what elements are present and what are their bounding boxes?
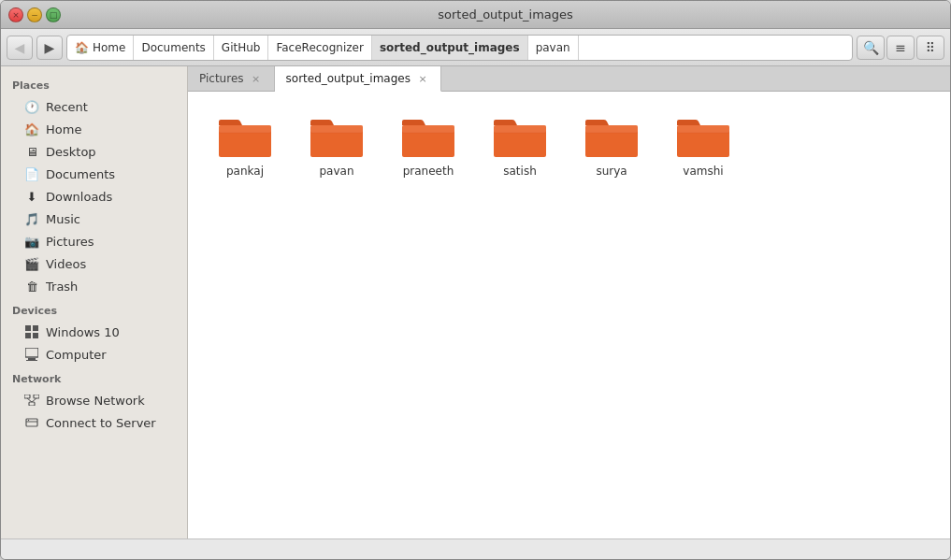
sidebar-item-documents[interactable]: 📄 Documents [5, 163, 183, 185]
devices-section-label: Devices [1, 297, 187, 321]
music-icon: 🎵 [23, 210, 40, 227]
titlebar-buttons: × − □ [8, 7, 61, 22]
sidebar-computer-label: Computer [46, 348, 107, 362]
svg-rect-22 [402, 125, 454, 133]
sidebar-item-videos[interactable]: 🎬 Videos [5, 252, 183, 275]
tab-sorted-output-label: sorted_output_images [286, 72, 411, 85]
trash-icon: 🗑 [23, 278, 40, 294]
folder-name: vamshi [683, 165, 723, 178]
sidebar-item-music[interactable]: 🎵 Music [5, 208, 183, 230]
documents-icon: 📄 [23, 165, 40, 182]
folder-name: pavan [319, 165, 353, 178]
breadcrumb-sorted-output[interactable]: sorted_output_images [372, 36, 528, 60]
maximize-button[interactable]: □ [46, 7, 61, 22]
svg-rect-19 [310, 125, 363, 133]
folder-item[interactable]: vamshi [661, 107, 745, 185]
sidebar-item-pictures[interactable]: 📷 Pictures [5, 230, 183, 252]
svg-rect-4 [25, 348, 38, 357]
sidebar-item-home[interactable]: 🏠 Home [5, 118, 183, 140]
svg-rect-6 [26, 360, 37, 361]
browse-network-icon [23, 392, 40, 409]
svg-rect-12 [26, 419, 37, 426]
breadcrumb-facerecognizer[interactable]: FaceRecognizer [268, 36, 371, 60]
svg-rect-5 [28, 358, 36, 360]
folder-icon [217, 114, 273, 161]
main-window: × − □ sorted_output_images ◀ ▶ 🏠 Home Do… [0, 0, 951, 560]
svg-rect-1 [33, 325, 38, 331]
folder-name: surya [596, 165, 627, 178]
tabs-bar: Pictures × sorted_output_images × [188, 66, 950, 92]
tab-pictures[interactable]: Pictures × [188, 66, 275, 91]
breadcrumb-bar: 🏠 Home Documents GitHub FaceRecognizer s… [66, 35, 853, 61]
tab-pictures-close[interactable]: × [250, 72, 263, 85]
folder-name: satish [503, 165, 537, 178]
grid-view-button[interactable]: ⠿ [916, 36, 944, 60]
svg-line-11 [32, 398, 36, 402]
folder-icon [309, 114, 365, 161]
search-button[interactable]: 🔍 [857, 36, 885, 60]
sidebar-item-downloads[interactable]: ⬇ Downloads [5, 185, 183, 208]
tab-sorted-output-close[interactable]: × [416, 72, 429, 85]
statusbar [1, 538, 950, 559]
breadcrumb-home[interactable]: 🏠 Home [67, 36, 134, 60]
file-grid: pankaj pavan [188, 92, 950, 538]
downloads-icon: ⬇ [23, 188, 40, 205]
svg-line-10 [27, 398, 32, 402]
recent-icon: 🕐 [23, 98, 40, 115]
folder-item[interactable]: pavan [295, 107, 379, 185]
minimize-button[interactable]: − [27, 7, 42, 22]
svg-rect-8 [34, 395, 39, 398]
toolbar-actions: 🔍 ≡ ⠿ [857, 36, 944, 60]
breadcrumb-facerecognizer-label: FaceRecognizer [276, 41, 363, 54]
folder-icon [492, 114, 548, 161]
sidebar-documents-label: Documents [46, 167, 115, 181]
breadcrumb-pavan-label: pavan [536, 41, 570, 54]
sidebar-item-windows10[interactable]: Windows 10 [5, 321, 183, 343]
menu-button[interactable]: ≡ [886, 36, 915, 60]
breadcrumb-sorted-output-label: sorted_output_images [380, 41, 520, 54]
close-button[interactable]: × [8, 7, 23, 22]
forward-button[interactable]: ▶ [36, 36, 63, 60]
folder-item[interactable]: surya [569, 107, 654, 185]
connect-server-icon [23, 414, 40, 431]
folder-icon [400, 114, 456, 161]
sidebar-trash-label: Trash [46, 280, 78, 294]
sidebar-videos-label: Videos [46, 257, 86, 271]
sidebar-item-desktop[interactable]: 🖥 Desktop [5, 140, 183, 163]
sidebar-browse-network-label: Browse Network [46, 394, 145, 408]
folder-item[interactable]: praneeth [386, 107, 470, 185]
sidebar-item-recent[interactable]: 🕐 Recent [5, 95, 183, 118]
home-sidebar-icon: 🏠 [23, 121, 40, 137]
sidebar-desktop-label: Desktop [46, 145, 96, 159]
tab-pictures-label: Pictures [199, 72, 244, 85]
network-section-label: Network [1, 366, 187, 389]
main-area: Places 🕐 Recent 🏠 Home 🖥 Desktop 📄 Docum… [1, 66, 950, 538]
sidebar-pictures-label: Pictures [46, 235, 94, 249]
sidebar-item-connect-server[interactable]: Connect to Server [5, 411, 183, 434]
svg-rect-7 [24, 395, 30, 398]
svg-point-14 [28, 420, 29, 421]
back-button[interactable]: ◀ [7, 36, 33, 60]
titlebar: × − □ sorted_output_images [1, 1, 950, 29]
sidebar-windows-label: Windows 10 [46, 325, 120, 339]
sidebar-item-computer[interactable]: Computer [5, 343, 183, 366]
sidebar-downloads-label: Downloads [46, 190, 112, 204]
tab-sorted-output[interactable]: sorted_output_images × [275, 66, 441, 92]
folder-name: pankaj [226, 165, 264, 178]
computer-icon [23, 346, 40, 363]
sidebar-item-trash[interactable]: 🗑 Trash [5, 275, 183, 297]
folder-icon [675, 114, 731, 161]
svg-rect-3 [33, 333, 38, 338]
breadcrumb-pavan[interactable]: pavan [528, 36, 579, 60]
svg-rect-16 [219, 125, 271, 133]
sidebar-item-browse-network[interactable]: Browse Network [5, 389, 183, 411]
breadcrumb-documents[interactable]: Documents [134, 36, 213, 60]
breadcrumb-documents-label: Documents [141, 41, 205, 54]
home-icon: 🏠 [75, 41, 89, 54]
folder-item[interactable]: satish [478, 107, 562, 185]
breadcrumb-github[interactable]: GitHub [214, 36, 269, 60]
folder-item[interactable]: pankaj [203, 107, 287, 185]
windows-icon [23, 323, 40, 340]
svg-rect-25 [494, 125, 546, 133]
content-area: Pictures × sorted_output_images × [188, 66, 950, 538]
